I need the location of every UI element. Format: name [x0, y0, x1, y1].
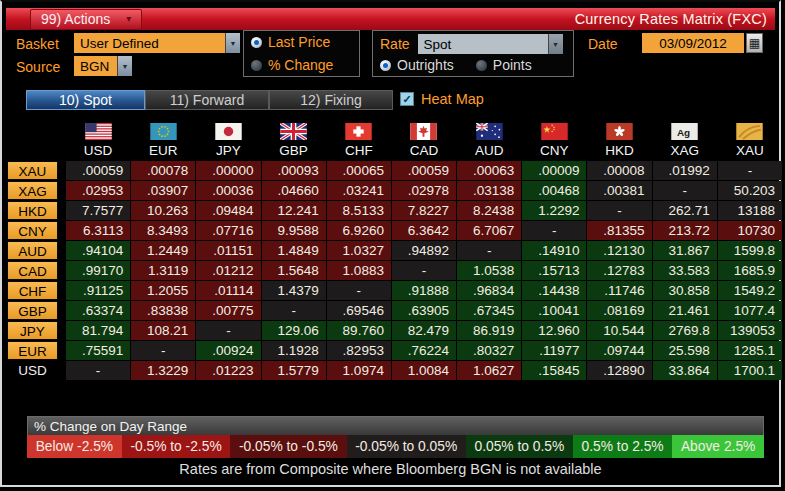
rate-cell[interactable]: .91125 — [66, 281, 130, 300]
rate-cell[interactable]: .00065 — [327, 161, 391, 180]
rate-cell[interactable]: .00008 — [587, 161, 651, 180]
rate-cell[interactable]: 1.0883 — [327, 261, 391, 280]
rate-cell[interactable]: 262.71 — [653, 201, 717, 220]
radio-percent-change[interactable]: % Change — [251, 57, 352, 73]
rate-cell[interactable]: .04660 — [262, 181, 326, 200]
rate-cell[interactable]: .00078 — [131, 161, 195, 180]
rate-cell[interactable]: 1.4379 — [262, 281, 326, 300]
rate-cell[interactable]: 10730 — [718, 221, 782, 240]
rate-cell[interactable]: 10.263 — [131, 201, 195, 220]
rate-cell[interactable]: 86.919 — [457, 321, 521, 340]
rate-cell[interactable]: 6.9260 — [327, 221, 391, 240]
radio-last-price[interactable]: Last Price — [251, 34, 352, 50]
rate-cell[interactable]: .14910 — [522, 241, 586, 260]
rate-cell[interactable]: .75591 — [66, 341, 130, 360]
rate-cell[interactable]: .09484 — [196, 201, 260, 220]
rate-cell[interactable]: .76224 — [392, 341, 456, 360]
rate-cell[interactable]: 1.0084 — [392, 361, 456, 380]
rate-cell[interactable]: 1.2055 — [131, 281, 195, 300]
rate-cell[interactable]: .91888 — [392, 281, 456, 300]
tab--spot[interactable]: 10) Spot — [26, 90, 145, 110]
rate-cell[interactable]: .96834 — [457, 281, 521, 300]
rate-cell[interactable]: .69546 — [327, 301, 391, 320]
rate-cell[interactable]: 6.3642 — [392, 221, 456, 240]
rate-cell[interactable]: .01151 — [196, 241, 260, 260]
rate-cell[interactable]: .02953 — [66, 181, 130, 200]
rate-cell[interactable]: 1.3119 — [131, 261, 195, 280]
rate-cell[interactable]: 7.7577 — [66, 201, 130, 220]
rate-cell[interactable]: .09744 — [587, 341, 651, 360]
row-header-eur[interactable]: EUR — [7, 341, 58, 360]
rate-cell[interactable]: 82.479 — [392, 321, 456, 340]
rate-cell[interactable]: - — [653, 181, 717, 200]
rate-select[interactable]: Spot ▼ — [418, 34, 563, 54]
rate-cell[interactable]: 1.0627 — [457, 361, 521, 380]
rate-cell[interactable]: 1700.1 — [718, 361, 782, 380]
rate-cell[interactable]: .01212 — [196, 261, 260, 280]
rate-cell[interactable]: 81.794 — [66, 321, 130, 340]
rate-cell[interactable]: 1685.9 — [718, 261, 782, 280]
rate-cell[interactable]: .11746 — [587, 281, 651, 300]
rate-cell[interactable]: 12.960 — [522, 321, 586, 340]
rate-cell[interactable]: .00381 — [587, 181, 651, 200]
rate-cell[interactable]: 1549.2 — [718, 281, 782, 300]
rate-cell[interactable]: .02978 — [392, 181, 456, 200]
rate-cell[interactable]: 2769.8 — [653, 321, 717, 340]
rate-cell[interactable]: 89.760 — [327, 321, 391, 340]
rate-cell[interactable]: 1.2449 — [131, 241, 195, 260]
rate-cell[interactable]: 6.3113 — [66, 221, 130, 240]
rate-cell[interactable]: .15713 — [522, 261, 586, 280]
rate-cell[interactable]: .03907 — [131, 181, 195, 200]
rate-cell[interactable]: 12.241 — [262, 201, 326, 220]
rate-cell[interactable]: - — [392, 261, 456, 280]
rate-cell[interactable]: 1.0974 — [327, 361, 391, 380]
rate-cell[interactable]: 9.9588 — [262, 221, 326, 240]
row-header-xau[interactable]: XAU — [7, 161, 58, 180]
rate-cell[interactable]: .01992 — [653, 161, 717, 180]
row-header-aud[interactable]: AUD — [7, 241, 58, 260]
rate-cell[interactable]: .63374 — [66, 301, 130, 320]
rate-cell[interactable]: .99170 — [66, 261, 130, 280]
rate-cell[interactable]: .01223 — [196, 361, 260, 380]
rate-cell[interactable]: 1.4849 — [262, 241, 326, 260]
rate-cell[interactable]: .94892 — [392, 241, 456, 260]
rate-cell[interactable]: .94104 — [66, 241, 130, 260]
rate-cell[interactable]: .07716 — [196, 221, 260, 240]
rate-cell[interactable]: .63905 — [392, 301, 456, 320]
rate-cell[interactable]: 8.2438 — [457, 201, 521, 220]
rate-cell[interactable]: - — [718, 161, 782, 180]
rate-cell[interactable]: 10.544 — [587, 321, 651, 340]
rate-cell[interactable]: 213.72 — [653, 221, 717, 240]
rate-cell[interactable]: .00000 — [196, 161, 260, 180]
rate-cell[interactable]: 1.0538 — [457, 261, 521, 280]
rate-cell[interactable]: .81355 — [587, 221, 651, 240]
rate-cell[interactable]: .10041 — [522, 301, 586, 320]
rate-cell[interactable]: .12783 — [587, 261, 651, 280]
rate-cell[interactable]: 8.3493 — [131, 221, 195, 240]
rate-cell[interactable]: 21.461 — [653, 301, 717, 320]
rate-cell[interactable]: - — [522, 221, 586, 240]
rate-cell[interactable]: 1.2292 — [522, 201, 586, 220]
rate-cell[interactable]: - — [327, 281, 391, 300]
row-header-jpy[interactable]: JPY — [7, 321, 58, 340]
rate-cell[interactable]: 30.858 — [653, 281, 717, 300]
rate-cell[interactable]: 129.06 — [262, 321, 326, 340]
row-header-chf[interactable]: CHF — [7, 281, 58, 300]
rate-cell[interactable]: .80327 — [457, 341, 521, 360]
basket-select[interactable]: User Defined ▼ — [74, 33, 240, 53]
rate-cell[interactable]: 33.864 — [653, 361, 717, 380]
rate-cell[interactable]: .01114 — [196, 281, 260, 300]
row-header-cny[interactable]: CNY — [7, 221, 58, 240]
rate-cell[interactable]: 7.8227 — [392, 201, 456, 220]
rate-cell[interactable]: 139053 — [718, 321, 782, 340]
rate-cell[interactable]: .11977 — [522, 341, 586, 360]
rate-cell[interactable]: .00059 — [66, 161, 130, 180]
rate-cell[interactable]: .00009 — [522, 161, 586, 180]
rate-cell[interactable]: 1599.8 — [718, 241, 782, 260]
rate-cell[interactable]: .00036 — [196, 181, 260, 200]
rate-cell[interactable]: 1.1928 — [262, 341, 326, 360]
tab--forward[interactable]: 11) Forward — [145, 90, 269, 110]
radio-points[interactable]: Points — [476, 57, 532, 73]
date-input[interactable]: 03/09/2012 — [642, 33, 744, 53]
rate-cell[interactable]: .12890 — [587, 361, 651, 380]
